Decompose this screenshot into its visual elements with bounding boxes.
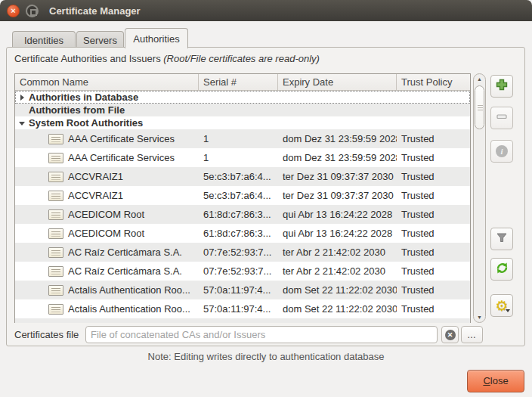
vertical-scrollbar[interactable]: ▲ ▼ — [473, 73, 486, 323]
tree-group-row[interactable]: Authorities from File — [15, 104, 470, 116]
section-heading: Certificate Authorities and Issuers (Roo… — [14, 53, 320, 64]
certificate-icon — [48, 266, 63, 277]
trust-policy-text — [397, 91, 470, 104]
add-certificate-button[interactable] — [490, 75, 513, 98]
column-header-trust[interactable]: Trust Policy — [397, 74, 470, 90]
expiry-text: ter Abr 2 21:42:02 2030 — [278, 262, 397, 281]
titlebar[interactable]: × Certificate Manager — [0, 0, 532, 21]
expiry-text: qui Abr 13 16:24:22 2028 — [278, 205, 397, 224]
expiry-text: sáb Mai 30 10:38:31 2020 — [278, 318, 397, 323]
common-name-text: ACEDICOM Root — [68, 224, 144, 243]
serial-text: 1 — [199, 148, 278, 167]
authorities-table[interactable]: Common Name Serial # Expiry Date Trust P… — [14, 73, 471, 323]
expiry-text: dom Set 22 11:22:02 2030 — [278, 299, 397, 318]
serial-text: 61:8d:c7:86:3... — [199, 224, 278, 243]
tab-authorities[interactable]: Authorities — [125, 28, 188, 48]
trust-policy-text: Trusted — [397, 243, 470, 262]
tree-cert-row[interactable]: ACCVRAIZ15e:c3:b7:a6:4...ter Dez 31 09:3… — [15, 186, 470, 205]
serial-text: 57:0a:11:97:4... — [199, 281, 278, 299]
common-name-text: AAA Certificate Services — [68, 129, 175, 148]
certificates-file-label: Certificates file — [14, 329, 79, 340]
note-text: Note: Editing writes directly to authent… — [0, 351, 532, 362]
serial-text: 07:7e:52:93:7... — [199, 243, 278, 262]
expiry-text: dom Dez 31 23:59:59 2028 — [278, 129, 397, 148]
window-maximize-icon[interactable] — [26, 5, 39, 17]
trust-policy-text — [397, 116, 470, 129]
tree-group-row[interactable]: System Root Authorities — [15, 116, 470, 129]
plus-icon — [496, 79, 508, 94]
serial-text: 5e:c3:b7:a6:4... — [199, 186, 278, 205]
tree-cert-row[interactable]: AAA Certificate Services1dom Dez 31 23:5… — [15, 129, 470, 148]
common-name-text: ACCVRAIZ1 — [68, 167, 123, 186]
certificate-icon — [48, 191, 63, 201]
remove-certificate-button[interactable] — [490, 107, 513, 129]
tree-group-row[interactable]: Authorities in Database — [15, 91, 470, 104]
column-header-serial[interactable]: Serial # — [199, 74, 278, 90]
expander-spacer — [18, 107, 29, 114]
table-body: Authorities in DatabaseAuthorities from … — [15, 91, 470, 323]
expiry-text — [278, 91, 397, 104]
certificate-info-button[interactable]: i — [490, 140, 513, 163]
certificate-icon — [48, 153, 63, 163]
common-name-text: System Root Authorities — [29, 116, 143, 129]
window-title: Certificate Manager — [49, 5, 141, 17]
certificates-file-input[interactable] — [85, 326, 438, 343]
browse-file-button[interactable]: … — [461, 326, 483, 343]
refresh-button[interactable] — [490, 258, 513, 281]
close-button[interactable]: Close — [467, 370, 524, 392]
trust-policy-text: Trusted — [397, 148, 470, 167]
collapse-arrow-icon[interactable] — [18, 119, 29, 127]
tree-cert-row[interactable]: Actalis Authentication Roo...57:0a:11:97… — [15, 299, 470, 318]
tree-cert-row[interactable]: AAA Certificate Services1dom Dez 31 23:5… — [15, 148, 470, 167]
clear-icon: ✕ — [445, 330, 456, 340]
certificate-icon — [48, 304, 63, 315]
column-header-common-name[interactable]: Common Name — [15, 74, 199, 90]
common-name-text: Actalis Authentication Roo... — [68, 281, 190, 299]
window-close-icon[interactable]: × — [7, 5, 20, 17]
tree-cert-row[interactable]: ACEDICOM Root61:8d:c7:86:3...qui Abr 13 … — [15, 205, 470, 224]
scrollbar-thumb[interactable] — [475, 85, 484, 129]
serial-text: 1 — [199, 318, 278, 323]
certificate-icon — [48, 285, 63, 296]
tree-cert-row[interactable]: ACEDICOM Root61:8d:c7:86:3...qui Abr 13 … — [15, 224, 470, 243]
expiry-text — [278, 116, 397, 129]
trust-policy-text: Trusted — [397, 167, 470, 186]
trust-policy-text: Trusted — [397, 299, 470, 318]
column-header-expiry[interactable]: Expiry Date — [278, 74, 397, 90]
tree-cert-row[interactable]: ACCVRAIZ15e:c3:b7:a6:4...ter Dez 31 09:3… — [15, 167, 470, 186]
expiry-text: dom Dez 31 23:59:59 2028 — [278, 148, 397, 167]
trust-policy-text: Trusted — [397, 262, 470, 281]
expiry-text — [278, 104, 397, 116]
scroll-up-icon[interactable]: ▲ — [474, 76, 485, 82]
common-name-text: Authorities in Database — [29, 91, 138, 104]
group-certificates-button[interactable] — [490, 228, 513, 250]
table-header[interactable]: Common Name Serial # Expiry Date Trust P… — [15, 74, 470, 91]
tab-servers[interactable]: Servers — [76, 31, 124, 48]
tab-identities[interactable]: Identities — [12, 31, 76, 48]
certificate-icon — [48, 172, 63, 182]
dropdown-caret-icon — [506, 309, 510, 312]
certificate-manager-dialog: × Certificate Manager Identities Servers… — [0, 0, 532, 397]
common-name-text: AC Raíz Certicámara S.A. — [68, 262, 182, 281]
minus-icon — [496, 110, 508, 126]
tree-cert-row[interactable]: AC Raíz Certicámara S.A.07:7e:52:93:7...… — [15, 262, 470, 281]
tree-cert-row[interactable]: AddTrust Class 1 CA Root1sáb Mai 30 10:3… — [15, 318, 470, 323]
serial-text: 5e:c3:b7:a6:4... — [199, 167, 278, 186]
common-name-text: ACCVRAIZ1 — [68, 186, 123, 205]
authorities-panel: Certificate Authorities and Issuers (Roo… — [6, 47, 525, 346]
tree-cert-row[interactable]: AC Raíz Certicámara S.A.07:7e:52:93:7...… — [15, 243, 470, 262]
expand-arrow-icon[interactable] — [18, 94, 29, 101]
certificate-icon — [48, 228, 63, 239]
clear-file-button[interactable]: ✕ — [441, 326, 459, 343]
trust-policy-text: Trusted — [397, 186, 470, 205]
utilities-menu-button[interactable]: ⚙ — [490, 294, 513, 317]
expiry-text: ter Abr 2 21:42:02 2030 — [278, 243, 397, 262]
common-name-text: Actalis Authentication Roo... — [68, 299, 190, 318]
trust-policy-text: Trusted — [397, 224, 470, 243]
serial-text — [199, 91, 278, 104]
tree-cert-row[interactable]: Actalis Authentication Roo...57:0a:11:97… — [15, 281, 470, 299]
common-name-text: ACEDICOM Root — [68, 205, 144, 224]
scroll-down-icon[interactable]: ▼ — [474, 315, 485, 320]
certificate-icon — [48, 247, 63, 258]
trust-policy-text: Trusted — [397, 281, 470, 299]
